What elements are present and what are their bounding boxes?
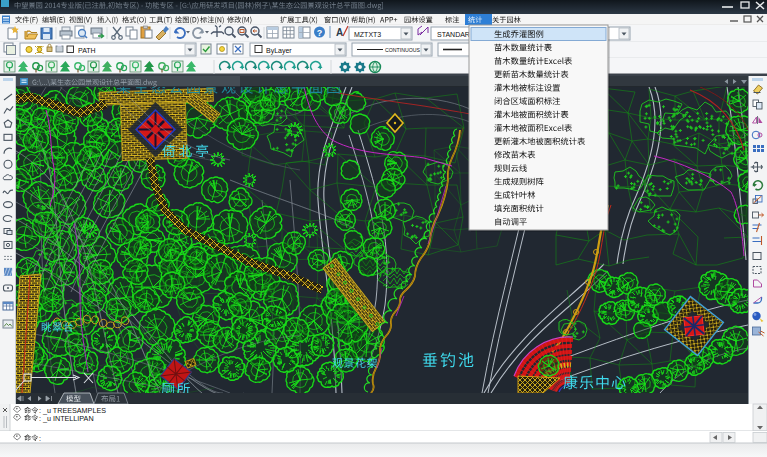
svg-text:A: A (336, 27, 343, 38)
svg-text:?: ? (317, 28, 323, 38)
svg-text:ByLayer: ByLayer (266, 47, 292, 55)
svg-text:CONTINUOUS: CONTINUOUS (385, 47, 420, 53)
svg-text:: _u INTELLIPAN: : _u INTELLIPAN (39, 414, 94, 423)
svg-text:MZTXT3: MZTXT3 (354, 31, 381, 38)
svg-text:PATH: PATH (78, 47, 96, 54)
svg-text::: : (39, 434, 41, 443)
